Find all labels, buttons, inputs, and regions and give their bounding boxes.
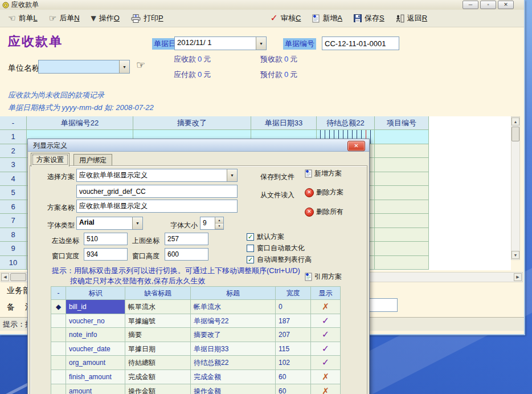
scroll-right-icon[interactable]: ▶ <box>514 273 522 281</box>
delete-scheme-button[interactable]: ✕ 删除方案 <box>305 188 343 197</box>
default-title-cell[interactable]: 單據編號 <box>125 314 191 328</box>
read-from-file-button[interactable]: 从文件读入 <box>260 190 294 200</box>
grid-cell[interactable] <box>375 242 429 256</box>
toolbar-prev-bill-button[interactable]: ☜前单L <box>2 10 43 26</box>
select-scheme-combo[interactable]: 应收款单单据显示定义 ▼ <box>76 169 238 182</box>
dialog-title-bar[interactable]: 列显示定义 <box>28 139 369 152</box>
hscroll-thumb[interactable] <box>10 273 26 281</box>
row-marker-cell[interactable] <box>51 384 66 394</box>
checkbox-default-scheme[interactable]: ✓默认方案 <box>247 232 284 242</box>
grid-cell[interactable] <box>375 214 429 228</box>
row-marker-cell[interactable] <box>51 370 66 384</box>
maximize-button[interactable]: ▫ <box>480 1 496 9</box>
toolbar-audit-button[interactable]: ✓审核C <box>265 10 307 26</box>
grid-cell[interactable] <box>375 158 429 172</box>
row-number-cell[interactable]: 10 <box>0 256 27 270</box>
dialog-column-header[interactable]: 宽度 <box>276 286 311 300</box>
grid-column-header[interactable]: 摘要改了 <box>133 116 251 130</box>
column-def-row[interactable]: org_amount待結總額待结总额22102✓ <box>51 356 341 370</box>
width-cell[interactable]: 102 <box>276 356 311 370</box>
toolbar-print-button[interactable]: 打印P <box>125 10 169 26</box>
grid-column-header[interactable]: 待结总额22 <box>317 116 375 130</box>
visible-cell[interactable]: ✗ <box>311 300 341 314</box>
row-number-cell[interactable]: 1 <box>0 130 27 144</box>
chevron-down-icon[interactable]: ▼ <box>256 37 266 50</box>
width-cell[interactable]: 60 <box>276 384 311 394</box>
left-coord-input[interactable] <box>84 233 128 245</box>
grid-cell[interactable] <box>375 200 429 214</box>
column-def-row[interactable]: ◆bill_id帳單流水帐单流水0✗ <box>51 300 341 314</box>
visible-cell[interactable]: ✓ <box>311 328 341 342</box>
toolbar-operate-button[interactable]: ▼操作O <box>85 10 125 26</box>
width-cell[interactable]: 0 <box>276 300 311 314</box>
dialog-column-header[interactable]: 缺省标题 <box>125 286 191 300</box>
dialog-column-header[interactable]: 标识 <box>66 286 125 300</box>
row-number-cell[interactable]: 4 <box>0 172 27 186</box>
checkbox-icon[interactable]: ✓ <box>247 256 254 263</box>
scroll-left-icon[interactable]: ◀ <box>1 273 9 281</box>
dialog-column-header[interactable]: - <box>51 286 66 300</box>
bill-no-input[interactable] <box>322 36 399 50</box>
row-number-cell[interactable]: 2 <box>0 144 27 159</box>
row-number-cell[interactable]: 6 <box>0 200 27 214</box>
default-title-cell[interactable]: 完成金額 <box>125 370 191 384</box>
column-def-row[interactable]: note_info摘要摘要改了207✓ <box>51 328 341 342</box>
visible-cell[interactable]: ✓ <box>311 342 341 356</box>
grid-cell[interactable] <box>375 186 429 200</box>
toolbar-save-button[interactable]: 保存S <box>348 10 390 26</box>
scroll-down-icon[interactable]: ▼ <box>511 251 519 259</box>
visible-cell[interactable]: ✓ <box>311 314 341 328</box>
default-title-cell[interactable]: 摘要 <box>125 328 191 342</box>
font-type-combo[interactable]: Arial ▼ <box>76 217 143 230</box>
title-cell[interactable]: 摘要改了 <box>191 328 276 342</box>
dialog-column-header[interactable]: 标题 <box>191 286 276 300</box>
grid-column-header[interactable]: - <box>0 116 27 130</box>
title-cell[interactable]: 单据编号22 <box>191 314 276 328</box>
row-number-cell[interactable]: 8 <box>0 228 27 242</box>
delete-all-button[interactable]: ✕ 删除所有 <box>305 207 343 217</box>
column-def-row[interactable]: voucher_date單據日期单据日期33115✓ <box>51 342 341 356</box>
grid-cell[interactable] <box>375 130 429 144</box>
row-marker-cell[interactable]: ◆ <box>51 300 66 314</box>
title-cell[interactable]: 待结总额22 <box>191 356 276 370</box>
width-cell[interactable]: 60 <box>276 370 311 384</box>
toolbar-next-bill-button[interactable]: ☞后单N <box>43 10 85 26</box>
font-size-spinner[interactable]: 9 ▲ ▼ <box>200 217 224 230</box>
field-id-cell[interactable]: amount <box>66 384 125 394</box>
width-cell[interactable]: 115 <box>276 342 311 356</box>
visible-cell[interactable]: ✗ <box>311 370 341 384</box>
window-height-input[interactable] <box>165 248 208 261</box>
grid-cell[interactable] <box>375 172 429 186</box>
default-title-cell[interactable]: 帳單流水 <box>125 300 191 314</box>
grid-cell[interactable] <box>375 256 429 270</box>
checkbox-auto-maximize[interactable]: 窗口自动最大化 <box>247 243 305 253</box>
close-button[interactable]: ✕ <box>498 1 514 9</box>
title-bar[interactable]: 应收款单 ─ ▫ ✕ <box>0 0 524 10</box>
row-marker-cell[interactable] <box>51 314 66 328</box>
bill-date-combo[interactable]: 2012/11/ 1 ▼ <box>174 36 267 50</box>
save-to-file-button[interactable]: 保存到文件 <box>260 172 294 182</box>
pointer-hand-icon[interactable]: ☞ <box>136 60 145 70</box>
row-number-cell[interactable]: 5 <box>0 186 27 200</box>
row-number-cell[interactable]: 7 <box>0 214 27 228</box>
column-def-row[interactable]: finish_amount完成金額完成金额60✗ <box>51 370 341 384</box>
scheme-id-input[interactable] <box>76 185 238 198</box>
chevron-down-icon[interactable]: ▼ <box>119 60 129 73</box>
row-marker-cell[interactable] <box>51 356 66 370</box>
chevron-down-icon[interactable]: ▼ <box>227 169 237 181</box>
toolbar-add-new-button[interactable]: 新增A <box>306 10 348 26</box>
default-title-cell[interactable]: 單據日期 <box>125 342 191 356</box>
scroll-up-icon[interactable]: ▲ <box>511 117 519 125</box>
default-title-cell[interactable]: 待結總額 <box>125 356 191 370</box>
grid-cell[interactable] <box>375 228 429 242</box>
field-id-cell[interactable]: bill_id <box>66 300 125 314</box>
dialog-close-button[interactable]: ✕ <box>347 141 365 151</box>
scheme-name-input[interactable] <box>76 200 238 213</box>
row-marker-cell[interactable] <box>51 328 66 342</box>
tab-user-binding[interactable]: 用户绑定 <box>73 154 112 166</box>
row-marker-cell[interactable] <box>51 342 66 356</box>
row-number-cell[interactable]: 9 <box>0 242 27 256</box>
field-id-cell[interactable]: note_info <box>66 328 125 342</box>
field-id-cell[interactable]: finish_amount <box>66 370 125 384</box>
unit-name-combo[interactable]: ▼ <box>38 60 130 74</box>
